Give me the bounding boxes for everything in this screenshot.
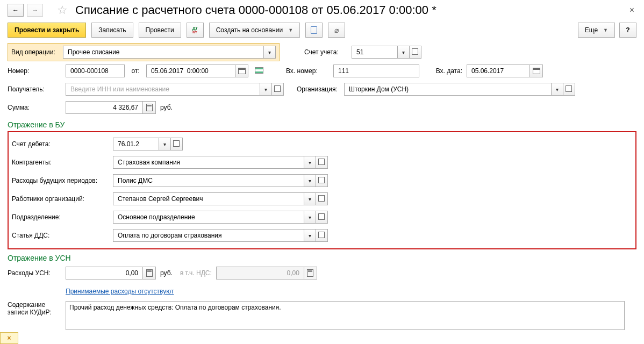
dds-input[interactable] bbox=[113, 229, 304, 242]
dtkt-button[interactable]: ДтКт bbox=[187, 23, 204, 38]
sum-calc-button[interactable] bbox=[143, 101, 156, 114]
in-date-calendar-button[interactable] bbox=[530, 64, 543, 77]
usn-expenses-calc-button[interactable] bbox=[143, 267, 156, 280]
vat-label: в т.ч. НДС: bbox=[180, 269, 212, 277]
section-bu-title: Отражение в БУ bbox=[8, 120, 636, 129]
chevron-down-icon: ▾ bbox=[264, 87, 267, 92]
calendar-icon bbox=[533, 68, 540, 74]
recipient-dropdown-button[interactable]: ▾ bbox=[260, 83, 272, 96]
accepted-expenses-link[interactable]: Принимаемые расходы отсутствуют bbox=[66, 288, 174, 295]
create-based-on-button[interactable]: Создать на основании ▼ bbox=[209, 23, 300, 38]
in-number-label: Вх. номер: bbox=[286, 67, 329, 75]
open-icon bbox=[174, 141, 180, 147]
open-icon bbox=[319, 233, 325, 238]
deferred-open-button[interactable] bbox=[316, 174, 328, 187]
calculator-icon bbox=[307, 269, 313, 277]
dtkt-icon: ДтКт bbox=[192, 26, 198, 34]
help-button[interactable]: ? bbox=[619, 23, 636, 38]
employee-input[interactable] bbox=[113, 192, 304, 205]
org-input[interactable] bbox=[344, 83, 552, 96]
debit-account-input[interactable] bbox=[113, 138, 159, 150]
arrow-left-icon: ← bbox=[12, 6, 19, 14]
employee-dropdown-button[interactable]: ▾ bbox=[304, 192, 316, 205]
chevron-down-icon: ▾ bbox=[163, 141, 166, 147]
counterparty-open-button[interactable] bbox=[316, 156, 328, 169]
help-icon: ? bbox=[626, 26, 629, 34]
division-dropdown-button[interactable]: ▾ bbox=[304, 211, 316, 224]
org-label: Организация: bbox=[297, 85, 340, 93]
bottom-tab-button[interactable]: × bbox=[0, 332, 18, 344]
employee-label: Работники организаций: bbox=[12, 195, 109, 203]
post-and-close-button[interactable]: Провести и закрыть bbox=[8, 23, 86, 38]
save-button[interactable]: Записать bbox=[91, 23, 133, 38]
recipient-label: Получатель: bbox=[8, 85, 61, 93]
file-button[interactable] bbox=[305, 23, 323, 38]
vat-calc-button bbox=[304, 267, 317, 280]
counterparty-label: Контрагенты: bbox=[12, 159, 109, 166]
usn-expenses-input[interactable] bbox=[66, 267, 143, 280]
employee-open-button[interactable] bbox=[316, 192, 328, 205]
dds-dropdown-button[interactable]: ▾ bbox=[304, 229, 316, 242]
file-icon bbox=[311, 26, 317, 34]
account-input[interactable] bbox=[352, 46, 398, 59]
in-date-input[interactable] bbox=[467, 64, 530, 77]
kudir-label: Содержание записи КУДиР: bbox=[8, 301, 61, 316]
date-input[interactable] bbox=[146, 64, 235, 77]
chevron-down-icon: ▾ bbox=[402, 49, 405, 55]
recipient-open-button[interactable] bbox=[272, 83, 284, 96]
favorite-star-icon[interactable]: ☆ bbox=[57, 3, 68, 17]
chevron-down-icon: ▾ bbox=[556, 87, 559, 92]
debit-account-open-button[interactable] bbox=[171, 138, 183, 150]
arrow-right-icon: → bbox=[32, 6, 38, 14]
counterparty-dropdown-button[interactable]: ▾ bbox=[304, 156, 316, 169]
toolbar: Провести и закрыть Записать Провести ДтК… bbox=[0, 19, 644, 41]
paperclip-icon: ⌀ bbox=[334, 26, 339, 34]
account-open-button[interactable] bbox=[410, 46, 421, 59]
division-input[interactable] bbox=[113, 211, 304, 224]
more-button[interactable]: Еще ▼ bbox=[578, 23, 615, 38]
post-button[interactable]: Провести bbox=[139, 23, 181, 38]
nav-forward-button[interactable]: → bbox=[27, 4, 43, 17]
dds-label: Статья ДДС: bbox=[12, 232, 109, 239]
chevron-down-icon: ▼ bbox=[603, 27, 608, 33]
nav-back-button[interactable]: ← bbox=[8, 4, 24, 17]
org-open-button[interactable] bbox=[563, 83, 575, 96]
division-label: Подразделение: bbox=[12, 213, 109, 221]
recipient-input[interactable] bbox=[66, 83, 260, 96]
account-dropdown-button[interactable]: ▾ bbox=[398, 46, 410, 59]
sum-currency: руб. bbox=[160, 104, 173, 111]
usn-expenses-label: Расходы УСН: bbox=[8, 269, 61, 277]
operation-type-input[interactable] bbox=[63, 46, 264, 59]
vat-input bbox=[216, 267, 304, 280]
account-label: Счет учета: bbox=[304, 48, 347, 56]
flag-icon[interactable] bbox=[255, 67, 263, 74]
number-input[interactable] bbox=[66, 64, 125, 77]
chevron-down-icon: ▾ bbox=[309, 214, 311, 220]
open-icon bbox=[319, 178, 325, 183]
chevron-down-icon: ▾ bbox=[268, 49, 271, 55]
org-dropdown-button[interactable]: ▾ bbox=[552, 83, 563, 96]
counterparty-input[interactable] bbox=[113, 156, 304, 169]
attach-button[interactable]: ⌀ bbox=[328, 23, 345, 38]
in-number-input[interactable] bbox=[333, 64, 419, 77]
sum-input[interactable] bbox=[66, 101, 143, 114]
date-calendar-button[interactable] bbox=[235, 64, 248, 77]
deferred-input[interactable] bbox=[113, 174, 304, 187]
chevron-down-icon: ▾ bbox=[309, 233, 311, 239]
window-title: Списание с расчетного счета 0000-000108 … bbox=[75, 3, 437, 17]
create-based-on-label: Создать на основании bbox=[216, 26, 283, 34]
usn-rub: руб. bbox=[160, 269, 173, 277]
open-icon bbox=[319, 196, 325, 202]
deferred-label: Расходы будущих периодов: bbox=[12, 177, 109, 184]
debit-account-dropdown-button[interactable]: ▾ bbox=[159, 138, 171, 150]
dds-open-button[interactable] bbox=[316, 229, 328, 242]
kudir-textarea[interactable] bbox=[66, 301, 625, 330]
operation-type-dropdown-button[interactable]: ▾ bbox=[264, 46, 276, 59]
close-icon: × bbox=[7, 334, 11, 342]
deferred-dropdown-button[interactable]: ▾ bbox=[304, 174, 316, 187]
division-open-button[interactable] bbox=[316, 211, 328, 224]
debit-account-label: Счет дебета: bbox=[12, 140, 109, 148]
calculator-icon bbox=[146, 104, 153, 111]
open-icon bbox=[275, 87, 281, 92]
close-icon[interactable]: × bbox=[629, 5, 634, 15]
